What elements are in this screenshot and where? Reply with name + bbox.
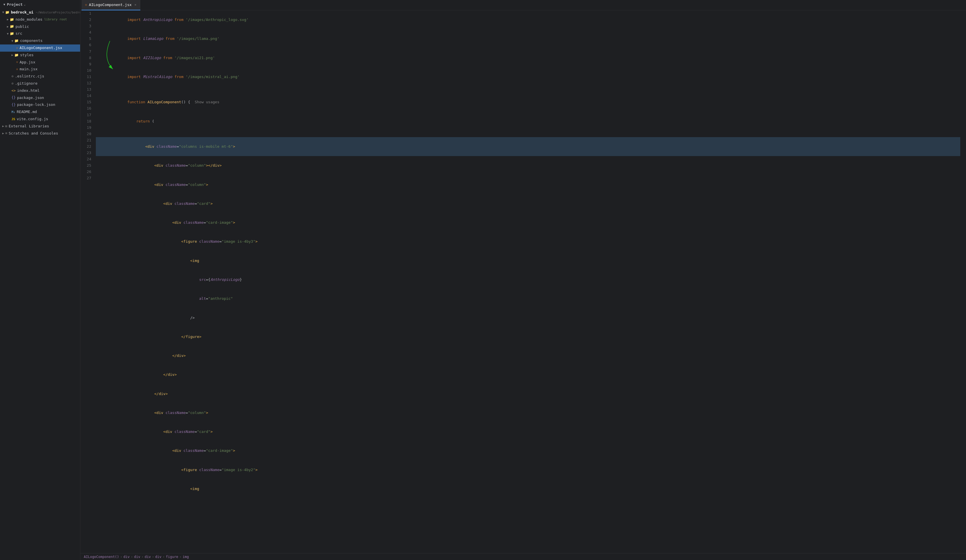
line-numbers: 1 2 3 4 5 6 7 8 9 10 11 12 13 14 [80,10,95,498]
code-line-26: <figure className="image is-4by2"> [96,460,960,480]
folder-icon: 📁 [14,53,19,58]
breadcrumb-sep: › [163,555,165,559]
node-modules-label: node_modules [15,16,43,23]
project-header[interactable]: ▼ Project ⌄ [0,0,80,9]
readme-label: README.md [16,109,37,115]
line-num: 21 [83,137,91,143]
code-line-16: src={AnthropicLogo} [96,270,960,289]
sidebar-item-package-lock[interactable]: {} package-lock.json [0,101,80,108]
line-num: 2 [83,16,91,23]
code-line-17: alt="anthropic" [96,289,960,308]
src-label: src [15,31,22,37]
sidebar-item-app[interactable]: ⚛ App.jsx [0,59,80,66]
breadcrumb-item-figure[interactable]: figure [166,555,178,559]
html-file-icon: <> [12,88,15,94]
package-lock-label: package-lock.json [17,102,55,108]
breadcrumb-item-div1[interactable]: div [123,555,130,559]
breadcrumb: AILogoComponent() › div › div › div › di… [84,555,189,559]
breadcrumb-item-img[interactable]: img [182,555,189,559]
code-editor[interactable]: 1 2 3 4 5 6 7 8 9 10 11 12 13 14 [80,10,966,553]
line-num: 10 [83,67,91,74]
git-file-icon: ⊘ [12,81,13,86]
public-label: public [15,24,29,30]
line-num: 24 [83,156,91,163]
sidebar-item-public[interactable]: ▶ 📁 public [0,23,80,30]
json-file-icon: {} [12,95,15,100]
breadcrumb-item-div4[interactable]: div [155,555,161,559]
project-chevron: ▼ [3,3,5,6]
sidebar-item-src[interactable]: ▼ 📁 src [0,30,80,37]
code-lines: import AnthropicLogo from '/images/Anthr… [95,10,966,498]
bedrock-ui-path: ~/WebstormProjects/bedrock_ui [36,10,80,15]
line-num: 5 [83,36,91,42]
sidebar-item-node-modules[interactable]: ▶ 📁 node_modules library root [0,16,80,23]
line-num: 6 [83,42,91,48]
breadcrumb-sep: › [131,555,133,559]
code-line-13: <div className="card-image"> [96,213,960,232]
line-num: 17 [83,112,91,118]
main-content: ▼ Project ⌄ ▼ 📁 bedrock_ui ~/WebstormPro… [0,0,966,560]
sidebar-item-vite[interactable]: JS vite.config.js [0,116,80,123]
sidebar-item-scratches[interactable]: ▶ ≡ Scratches and Consoles [0,130,80,137]
eslint-label: .eslintrc.cjs [15,74,44,79]
jsx-file-icon: ⚛ [16,67,18,72]
external-libraries-icon: ⊞ [5,124,7,129]
line-num: 12 [83,80,91,86]
breadcrumb-item-div3[interactable]: div [145,555,151,559]
editor-tab-ailogo[interactable]: ⚛ AILogoComponent.jsx ✕ [82,0,140,10]
sidebar-item-styles[interactable]: ▶ 📁 styles [0,52,80,59]
breadcrumb-sep: › [120,555,122,559]
md-file-icon: M↓ [12,110,15,115]
code-line-4: import MistralAiLogo from '/images/mistr… [96,67,960,86]
external-libraries-label: External Libraries [8,123,49,130]
sidebar-item-package-json[interactable]: {} package.json [0,94,80,102]
chevron-icon: ▼ [12,39,13,43]
code-line-23: <div className="column"> [96,403,960,422]
sidebar-item-ailogo[interactable]: ⚛ AILogoComponent.jsx [0,44,80,52]
sidebar-item-index-html[interactable]: <> index.html [0,87,80,94]
code-line-19: </figure> [96,327,960,346]
line-num: 15 [83,99,91,105]
jsx-file-icon: ⚛ [16,59,18,65]
code-line-24: <div className="card"> [96,422,960,441]
sidebar-item-components[interactable]: ▼ 📁 components [0,37,80,44]
sidebar-item-bedrock-ui[interactable]: ▼ 📁 bedrock_ui ~/WebstormProjects/bedroc… [0,9,80,16]
code-line-11: <div className="column"> [96,175,960,194]
index-html-label: index.html [17,88,39,94]
breadcrumb-item-div2[interactable]: div [134,555,140,559]
bedrock-ui-label: bedrock_ui [11,10,33,15]
breadcrumb-sep: › [141,555,143,559]
vite-label: vite.config.js [16,116,48,122]
code-content: 1 2 3 4 5 6 7 8 9 10 11 12 13 14 [80,10,966,498]
breadcrumb-item-function[interactable]: AILogoComponent() [84,555,119,559]
code-line-6: function AILogoComponent() { Show usages [96,93,960,112]
code-line-25: <div className="card-image"> [96,441,960,460]
sidebar-item-main[interactable]: ⚛ main.jsx [0,66,80,73]
folder-icon: 📁 [5,10,10,15]
tab-close-button[interactable]: ✕ [134,2,137,7]
line-num: 22 [83,143,91,150]
chevron-icon: ▼ [7,31,8,36]
sidebar-item-gitignore[interactable]: ⊘ .gitignore [0,80,80,87]
code-line-9: <div className="columns is-mobile mt-6"> [96,137,960,156]
code-line-27: <img [96,480,960,498]
folder-icon: 📁 [10,24,14,29]
line-num: 26 [83,169,91,175]
gitignore-label: .gitignore [15,80,37,87]
sidebar-item-eslint[interactable]: ⊙ .eslintrc.cjs [0,73,80,80]
line-num: 14 [83,93,91,99]
editor-area: ⚛ AILogoComponent.jsx ✕ 1 2 3 4 5 6 [80,0,966,560]
sidebar-item-external-libraries[interactable]: ▶ ⊞ External Libraries [0,123,80,130]
line-num: 18 [83,118,91,125]
line-num: 25 [83,163,91,169]
app-label: App.jsx [20,59,35,66]
code-line-22: </div> [96,384,960,403]
line-num: 1 [83,10,91,16]
sidebar-item-readme[interactable]: M↓ README.md [0,108,80,116]
folder-icon: 📁 [10,31,14,36]
code-line-18: /> [96,308,960,327]
sidebar: ▼ Project ⌄ ▼ 📁 bedrock_ui ~/WebstormPro… [0,0,80,560]
chevron-icon: ▶ [2,131,4,136]
chevron-icon: ▶ [7,17,8,22]
json-file-icon: {} [12,102,15,108]
